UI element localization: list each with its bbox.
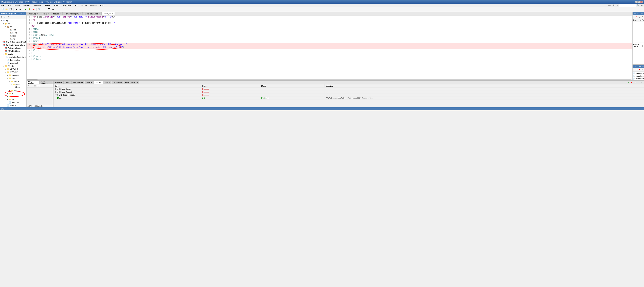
tree-item-strutsxml[interactable]: ▸ 📄 struts.xml	[0, 62, 26, 64]
tree-item-home[interactable]: ▸ ☕ home	[0, 31, 26, 34]
tree-item-sys[interactable]: ▸ ☕ sys	[0, 37, 26, 40]
tree-arrow[interactable]: ▸	[4, 68, 7, 70]
img-actual[interactable]: 1:1	[37, 84, 40, 88]
tab-search[interactable]: Search	[103, 81, 111, 84]
server-row-my[interactable]: my OK Exploded F:\Workspaces\MyEclipse P…	[54, 96, 644, 100]
img-fit[interactable]: ⊡	[34, 84, 36, 88]
debug-stop-btn[interactable]: ■	[638, 68, 641, 71]
tab-frame-jsp[interactable]: frame.jsp ✕	[27, 12, 40, 15]
tab-index-jsp[interactable]: index.jsp ✕	[102, 12, 115, 15]
tab-homeaction[interactable]: HomeAction.java ✕	[63, 12, 82, 15]
tab-image-preview[interactable]: Image Preview	[27, 81, 40, 84]
tree-item-my[interactable]: ▾ ⬡ my	[0, 19, 26, 22]
tree-item-js[interactable]: ▸ 📁 js	[0, 92, 26, 95]
panel-close-btn[interactable]: ✕	[22, 12, 25, 15]
menu-file[interactable]: File	[1, 4, 5, 7]
toolbar-run-btn[interactable]: ▶	[24, 8, 28, 11]
toolbar-forward-btn[interactable]: ▶	[18, 8, 22, 11]
menu-project[interactable]: Project	[53, 4, 60, 7]
tree-arrow[interactable]: ▾	[2, 65, 5, 67]
tree-arrow[interactable]: ▾	[2, 53, 5, 55]
toolbar-back-btn[interactable]: ◀	[14, 8, 18, 11]
bottom-min-btn[interactable]: —	[634, 81, 636, 84]
menu-navigate[interactable]: Navigate	[33, 4, 42, 7]
toolbar-debug-btn[interactable]: 🐛	[28, 8, 32, 11]
tree-item-sys2[interactable]: ▸ 📁 sys	[0, 89, 26, 92]
tree-item-src[interactable]: ▾ 📁 src	[0, 22, 26, 25]
hscroll-thumb[interactable]	[28, 79, 38, 80]
failure-trace-minimize[interactable]: □	[642, 45, 643, 47]
junit-maximize-btn[interactable]: □	[641, 12, 643, 15]
tab-left-jsp[interactable]: left.jsp ✕	[40, 12, 51, 15]
tree-item-dbprops[interactable]: ▸ 📄 db.properties	[0, 58, 26, 62]
tree-item-config[interactable]: ▾ 📁 config	[0, 52, 26, 56]
tab-tasks[interactable]: Tasks	[64, 81, 71, 84]
tree-item-webapp-lib[interactable]: ▸ 📚 Web App Libraries	[0, 46, 26, 50]
tree-item-common[interactable]: ▸ 📁 common	[0, 74, 26, 77]
tree-item-img1[interactable]: ▸ 🖼 img1.png	[0, 86, 26, 89]
tab-type-hierarchy[interactable]: Type Hierarchy	[40, 81, 52, 84]
tree-arrow[interactable]: ▸	[6, 95, 9, 98]
tree-item-metainf[interactable]: ▸ 📁 META-INF	[0, 68, 26, 71]
server-row-tomcat7[interactable]: ▾ MyEclipse Tomcat 7 Stopped	[54, 94, 644, 96]
editor-content[interactable]: 1 <%@ page language="java" import="java.…	[27, 16, 632, 79]
tree-item-my-pkg[interactable]: ▾ 📦 my	[0, 25, 26, 28]
tab-close-icon[interactable]: ✕	[48, 13, 50, 15]
img-zoom-in[interactable]: +	[27, 84, 30, 88]
tab-close-icon[interactable]: ✕	[98, 13, 100, 15]
toolbar-save-btn[interactable]: 💾	[9, 8, 12, 11]
tab-servers[interactable]: Servers	[94, 81, 102, 84]
tab-console[interactable]: Console	[84, 81, 94, 84]
tab-web-browser[interactable]: Web Browser	[71, 81, 84, 84]
toolbar-new-btn[interactable]: 📄	[1, 8, 4, 11]
quick-access-search-icon[interactable]: 🔍	[636, 4, 640, 7]
junit-stop-btn[interactable]: ■	[636, 16, 638, 18]
tree-item-login[interactable]: ▸ ☕ login	[0, 34, 26, 37]
tree-arrow[interactable]: ▸	[6, 92, 9, 94]
debug-suspend-btn[interactable]: ⏸	[636, 68, 638, 71]
junit-run-btn[interactable]: ▶	[633, 16, 636, 18]
panel-minimize-btn[interactable]: —	[17, 12, 20, 15]
menu-search[interactable]: Search	[44, 4, 51, 7]
debug-item-3[interactable]: 📄 <terminated...	[633, 78, 643, 80]
tree-item-javaee-lib[interactable]: ▸ 📚 JavaEE 6.0 Generic Library	[0, 44, 26, 46]
hscroll-track[interactable]	[28, 79, 631, 80]
minimize-button[interactable]: _	[634, 1, 637, 3]
menu-help[interactable]: Help	[100, 4, 105, 7]
server-row-derby[interactable]: MyEclipse Derby Stopped	[54, 88, 644, 90]
tree-arrow[interactable]: ▸	[2, 50, 5, 52]
tree-item-jsp[interactable]: ▸ 📁 jsp	[0, 95, 26, 98]
tree-item-home-folder[interactable]: ▾ 📁 home	[0, 83, 26, 86]
bottom-max-btn[interactable]: □	[637, 81, 640, 84]
menu-run[interactable]: Run	[74, 4, 79, 7]
bottom-close-btn[interactable]: ✕	[640, 81, 643, 84]
tree-arrow[interactable]: ▸	[6, 74, 9, 76]
tree-arrow[interactable]: ▸	[2, 47, 5, 49]
tree-arrow[interactable]: ▸	[6, 98, 9, 100]
tab-project-migration[interactable]: Project Migration	[124, 81, 139, 84]
img-zoom-out[interactable]: -	[30, 84, 33, 88]
debug-max-btn[interactable]: □	[642, 65, 644, 68]
debug-disconnect-btn[interactable]: ✂	[641, 68, 644, 71]
tree-item-pages[interactable]: ▾ 📁 pages	[0, 80, 26, 83]
toolbar-search-btn[interactable]: 🔍	[38, 8, 41, 11]
debug-min-btn[interactable]: —	[639, 65, 641, 68]
junit-minimize-btn[interactable]: —	[638, 12, 641, 15]
tab-top-jsp[interactable]: top.jsp ✕	[52, 12, 62, 15]
tree-item-appcontext[interactable]: ▸ 📄 applicationContext.xml	[0, 56, 26, 58]
bottom-stop-btn[interactable]: ■	[630, 81, 633, 84]
horizontal-scrollbar[interactable]	[27, 79, 632, 80]
tree-item-jre-lib[interactable]: ▾ 📚 JRE System Library [JavaSE-11]	[0, 40, 26, 44]
tree-arrow[interactable]: ▾	[8, 80, 11, 82]
toolbar-perspective-btn[interactable]: ☰	[47, 8, 51, 11]
tab-close-icon[interactable]: ✕	[80, 13, 81, 15]
tree-item-indexjsp[interactable]: ▸ 📄 index.jsp	[0, 104, 26, 107]
tree-arrow[interactable]: ▾	[4, 71, 7, 73]
maximize-button[interactable]: □	[638, 1, 640, 3]
tab-close-icon[interactable]: ✕	[112, 13, 113, 15]
tree-arrow[interactable]: ▾	[4, 26, 7, 28]
tab-problems[interactable]: Problems	[54, 81, 64, 84]
junit-view-btn[interactable]: ▽	[641, 16, 644, 18]
bottom-run-btn[interactable]: ▶	[627, 81, 630, 84]
tab-close-icon[interactable]: ✕	[60, 13, 61, 15]
